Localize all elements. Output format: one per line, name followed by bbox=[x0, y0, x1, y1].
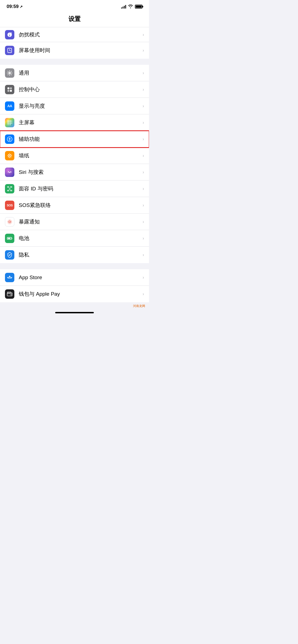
home-bar bbox=[55, 312, 94, 313]
svg-point-16 bbox=[9, 138, 10, 138]
settings-item-wallpaper[interactable]: 墙纸 › bbox=[0, 147, 149, 164]
svg-rect-10 bbox=[9, 122, 11, 124]
dnd-icon bbox=[5, 30, 14, 39]
settings-item-accessibility[interactable]: 辅助功能 › bbox=[0, 131, 149, 147]
general-icon bbox=[5, 68, 14, 78]
settings-item-sos[interactable]: SOS SOS紧急联络 › bbox=[0, 197, 149, 214]
svg-rect-9 bbox=[7, 122, 9, 124]
wallet-chevron: › bbox=[143, 292, 144, 297]
status-time: 09:59 ↗ bbox=[7, 4, 23, 9]
settings-item-faceid[interactable]: 面容 ID 与密码 › bbox=[0, 180, 149, 197]
siri-label: Siri 与搜索 bbox=[19, 169, 141, 176]
screentime-chevron: › bbox=[143, 48, 144, 53]
settings-item-screentime[interactable]: 屏幕使用时间 › bbox=[0, 42, 149, 59]
settings-group-top: 勿扰模式 › 屏幕使用时间 › bbox=[0, 27, 149, 59]
watermark: 河南龙网 bbox=[0, 302, 149, 309]
wallet-label: 钱包与 Apple Pay bbox=[19, 290, 141, 298]
controlcenter-label: 控制中心 bbox=[19, 86, 141, 93]
svg-rect-23 bbox=[10, 190, 12, 191]
settings-item-display[interactable]: AA 显示与亮度 › bbox=[0, 98, 149, 114]
settings-item-general[interactable]: 通用 › bbox=[0, 65, 149, 81]
separator-2 bbox=[0, 263, 149, 269]
general-chevron: › bbox=[143, 71, 144, 76]
settings-item-appstore[interactable]: App Store › bbox=[0, 269, 149, 286]
svg-point-26 bbox=[9, 221, 10, 223]
accessibility-label: 辅助功能 bbox=[19, 136, 141, 143]
dnd-label: 勿扰模式 bbox=[19, 31, 141, 38]
svg-rect-14 bbox=[9, 124, 11, 125]
svg-rect-4 bbox=[10, 87, 12, 89]
svg-rect-11 bbox=[11, 120, 12, 122]
svg-rect-22 bbox=[7, 190, 9, 191]
exposure-label: 暴露通知 bbox=[19, 218, 141, 225]
wifi-icon bbox=[128, 4, 133, 9]
svg-rect-5 bbox=[7, 90, 9, 92]
controlcenter-icon bbox=[5, 85, 14, 94]
wallpaper-label: 墙纸 bbox=[19, 152, 141, 159]
faceid-icon bbox=[5, 184, 14, 193]
settings-item-siri[interactable]: Siri 与搜索 › bbox=[0, 164, 149, 180]
svg-rect-12 bbox=[11, 122, 12, 124]
battery-chevron: › bbox=[143, 236, 144, 241]
wallpaper-chevron: › bbox=[143, 153, 144, 158]
svg-point-1 bbox=[9, 72, 10, 74]
home-indicator bbox=[0, 309, 149, 318]
wallpaper-icon bbox=[5, 151, 14, 160]
homescreen-label: 主屏幕 bbox=[19, 119, 141, 126]
svg-rect-13 bbox=[7, 124, 9, 125]
svg-rect-3 bbox=[7, 87, 9, 89]
accessibility-chevron: › bbox=[143, 137, 144, 142]
settings-item-homescreen[interactable]: 主屏幕 › bbox=[0, 114, 149, 131]
page-title-text: 设置 bbox=[68, 15, 81, 22]
sos-text: SOS bbox=[7, 204, 13, 207]
sos-label: SOS紧急联络 bbox=[19, 202, 141, 209]
battery-label: 电池 bbox=[19, 235, 141, 242]
exposure-chevron: › bbox=[143, 219, 144, 224]
dnd-chevron: › bbox=[143, 32, 144, 37]
settings-group-apps: App Store › 钱包与 Apple Pay › bbox=[0, 269, 149, 302]
settings-group-main: 通用 › 控制中心 › AA 显示与亮度 › bbox=[0, 65, 149, 263]
svg-rect-6 bbox=[10, 90, 12, 92]
appstore-chevron: › bbox=[143, 275, 144, 280]
display-chevron: › bbox=[143, 104, 144, 109]
settings-item-controlcenter[interactable]: 控制中心 › bbox=[0, 81, 149, 98]
settings-item-privacy[interactable]: 隐私 › bbox=[0, 247, 149, 263]
status-bar: 09:59 ↗ bbox=[0, 0, 149, 12]
svg-rect-8 bbox=[9, 120, 11, 122]
separator-1 bbox=[0, 59, 149, 65]
svg-rect-30 bbox=[8, 238, 10, 239]
settings-item-wallet[interactable]: 钱包与 Apple Pay › bbox=[0, 286, 149, 302]
settings-item-exposure[interactable]: 暴露通知 › bbox=[0, 214, 149, 230]
svg-point-33 bbox=[10, 294, 12, 295]
display-icon: AA bbox=[5, 101, 14, 111]
screentime-label: 屏幕使用时间 bbox=[19, 47, 141, 54]
battery-settings-icon bbox=[5, 234, 14, 243]
svg-point-24 bbox=[9, 188, 9, 189]
screentime-icon bbox=[5, 46, 14, 55]
homescreen-icon bbox=[5, 118, 14, 127]
svg-rect-20 bbox=[7, 187, 9, 187]
battery-icon bbox=[135, 5, 142, 9]
general-label: 通用 bbox=[19, 69, 141, 77]
settings-item-battery[interactable]: 电池 › bbox=[0, 230, 149, 247]
sos-chevron: › bbox=[143, 203, 144, 208]
page-title: 设置 bbox=[0, 12, 149, 27]
privacy-label: 隐私 bbox=[19, 251, 141, 258]
location-icon: ↗ bbox=[20, 5, 23, 9]
svg-point-27 bbox=[8, 220, 11, 223]
appstore-icon bbox=[5, 273, 14, 282]
wallet-icon bbox=[5, 289, 14, 299]
svg-point-25 bbox=[10, 188, 10, 189]
exposure-icon bbox=[5, 217, 14, 227]
faceid-label: 面容 ID 与密码 bbox=[19, 185, 141, 192]
svg-rect-21 bbox=[10, 187, 12, 187]
privacy-icon bbox=[5, 250, 14, 260]
svg-rect-31 bbox=[7, 293, 12, 296]
homescreen-chevron: › bbox=[143, 120, 144, 125]
display-label: 显示与亮度 bbox=[19, 103, 141, 110]
appstore-label: App Store bbox=[19, 274, 141, 281]
privacy-chevron: › bbox=[143, 252, 144, 257]
siri-icon bbox=[5, 168, 14, 177]
accessibility-icon bbox=[5, 134, 14, 144]
settings-item-dnd[interactable]: 勿扰模式 › bbox=[0, 27, 149, 42]
